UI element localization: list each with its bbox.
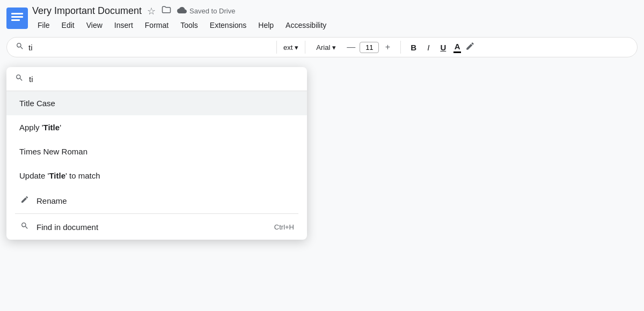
menu-insert[interactable]: Insert	[109, 19, 138, 32]
find-icon	[19, 221, 30, 232]
style-label: ext	[283, 43, 292, 51]
search-input[interactable]	[28, 43, 270, 52]
rename-icon	[19, 195, 30, 206]
toolbar: ext ▾ Arial ▾ — 11 + B I U A	[6, 37, 638, 57]
svg-rect-3	[11, 19, 20, 21]
dropdown-item-rename[interactable]: Rename	[6, 188, 307, 213]
menu-help[interactable]: Help	[253, 19, 279, 32]
style-dropdown[interactable]: ext ▾	[283, 43, 298, 51]
toolbar-separator-3	[400, 41, 401, 54]
style-chevron-icon: ▾	[295, 43, 298, 51]
svg-rect-0	[6, 8, 28, 29]
pencil-mode-button[interactable]	[465, 41, 475, 53]
menu-file[interactable]: File	[32, 19, 55, 32]
dropdown-item-update-title[interactable]: Update 'Title' to match	[6, 164, 307, 188]
cloud-icon	[177, 5, 187, 17]
toolbar-separator-2	[305, 41, 305, 54]
menu-accessibility[interactable]: Accessibility	[280, 19, 332, 32]
font-label: Arial	[316, 43, 330, 51]
dropdown-search-text: ti	[29, 75, 33, 84]
font-size-box[interactable]: 11	[360, 42, 379, 53]
star-icon[interactable]: ☆	[147, 5, 156, 17]
text-color-button[interactable]: A	[453, 42, 461, 53]
saved-status-text: Saved to Drive	[189, 7, 235, 15]
search-icon	[16, 42, 24, 53]
color-letter: A	[455, 42, 460, 51]
dropdown-item-times-new-roman[interactable]: Times New Roman	[6, 139, 307, 164]
font-size-controls: — 11 +	[345, 41, 394, 54]
dropdown-search-bar: ti	[6, 67, 307, 91]
dropdown-item-find-shortcut: Ctrl+H	[274, 223, 294, 231]
menu-edit[interactable]: Edit	[56, 19, 80, 32]
menu-format[interactable]: Format	[140, 19, 174, 32]
saved-to-drive-indicator: Saved to Drive	[177, 5, 235, 17]
folder-icon[interactable]	[161, 4, 172, 18]
bold-button[interactable]: B	[407, 42, 420, 53]
svg-rect-1	[11, 13, 23, 14]
menu-extensions[interactable]: Extensions	[204, 19, 252, 32]
dropdown-item-find-in-document[interactable]: Find in document Ctrl+H	[6, 214, 307, 240]
dropdown-item-update-title-label: Update 'Title' to match	[19, 171, 100, 180]
svg-rect-2	[11, 16, 23, 18]
menu-view[interactable]: View	[81, 19, 108, 32]
dropdown-item-title-case[interactable]: Title Case	[6, 91, 307, 115]
font-dropdown[interactable]: Arial ▾	[316, 43, 336, 51]
dropdown-item-find-in-document-label: Find in document	[36, 223, 98, 232]
search-dropdown: ti Title Case Apply 'Title' Times New Ro…	[6, 67, 307, 240]
dropdown-item-apply-title-label: Apply 'Title'	[19, 123, 61, 132]
dropdown-search-icon	[15, 73, 24, 84]
docs-app-icon	[6, 8, 28, 29]
menu-tools[interactable]: Tools	[175, 19, 203, 32]
color-bar	[453, 51, 461, 53]
document-title: Very Important Document	[32, 5, 142, 17]
dropdown-item-rename-label: Rename	[36, 196, 67, 205]
menu-bar: File Edit View Insert Format Tools Exten…	[32, 19, 638, 32]
dropdown-item-title-case-label: Title Case	[19, 99, 55, 108]
toolbar-separator-1	[276, 41, 277, 54]
underline-button[interactable]: U	[437, 42, 449, 53]
dropdown-item-times-new-roman-label: Times New Roman	[19, 147, 87, 156]
font-size-decrease-button[interactable]: —	[345, 41, 357, 54]
italic-button[interactable]: I	[424, 42, 433, 53]
dropdown-item-apply-title[interactable]: Apply 'Title'	[6, 115, 307, 139]
font-size-increase-button[interactable]: +	[381, 41, 394, 54]
font-chevron-icon: ▾	[332, 43, 336, 51]
